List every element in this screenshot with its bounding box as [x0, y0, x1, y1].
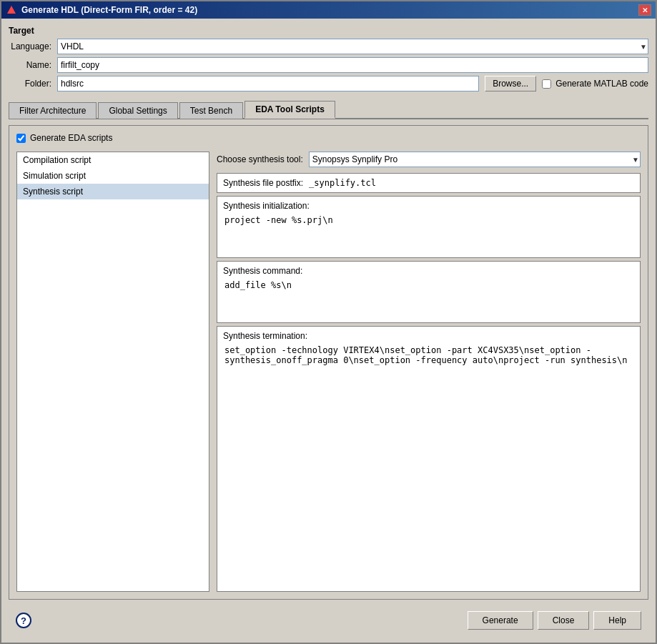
termination-label: Synthesis termination: — [223, 331, 634, 341]
tab-content-eda: Generate EDA scripts Compilation script … — [9, 125, 648, 600]
init-textarea[interactable]: project -new %s.prj\n — [223, 214, 634, 251]
choose-tool-select[interactable]: Synopsys Synplify Pro Xilinx ISE Altera … — [309, 152, 641, 167]
list-item-synthesis[interactable]: Synthesis script — [17, 184, 209, 199]
list-item-simulation[interactable]: Simulation script — [17, 168, 209, 184]
list-item-compilation[interactable]: Compilation script — [17, 152, 209, 168]
folder-group: Folder: Browse... Generate MATLAB code — [9, 76, 648, 91]
tab-eda-tool-scripts[interactable]: EDA Tool Scripts — [244, 101, 335, 119]
generate-eda-checkbox[interactable] — [16, 134, 26, 143]
target-section: Target Language: VHDL Verilog ▼ Name: — [9, 26, 648, 94]
folder-label: Folder: — [9, 79, 51, 89]
bottom-right: Generate Close Help — [468, 611, 641, 630]
command-section: Synthesis command: add_file %s\n — [217, 261, 641, 323]
generate-matlab-label: Generate MATLAB code — [555, 79, 648, 89]
eda-main: Compilation script Simulation script Syn… — [16, 152, 641, 592]
termination-textarea[interactable]: set_option -technology VIRTEX4\nset_opti… — [223, 344, 634, 587]
language-select[interactable]: VHDL Verilog — [57, 39, 648, 54]
generate-matlab-checkbox[interactable] — [542, 79, 551, 89]
choose-tool-select-wrapper: Synopsys Synplify Pro Xilinx ISE Altera … — [309, 152, 641, 167]
help-icon-circle[interactable]: ? — [16, 613, 31, 628]
language-select-wrapper: VHDL Verilog ▼ — [57, 39, 648, 54]
init-label: Synthesis initialization: — [223, 201, 634, 211]
tab-test-bench[interactable]: Test Bench — [179, 102, 243, 119]
name-group: Name: — [9, 57, 648, 73]
window-content: Target Language: VHDL Verilog ▼ Name: — [1, 19, 656, 643]
generate-matlab-group: Generate MATLAB code — [542, 79, 648, 89]
title-bar-buttons: ✕ — [638, 4, 651, 16]
postfix-value: _synplify.tcl — [309, 178, 376, 188]
browse-button[interactable]: Browse... — [485, 76, 536, 91]
script-list: Compilation script Simulation script Syn… — [16, 152, 209, 592]
language-label: Language: — [9, 41, 51, 51]
folder-input[interactable] — [57, 76, 479, 91]
bottom-bar: ? Generate Close Help — [9, 605, 648, 635]
generate-button[interactable]: Generate — [468, 611, 533, 630]
tab-global-settings[interactable]: Global Settings — [98, 102, 177, 119]
command-textarea[interactable]: add_file %s\n — [223, 279, 634, 316]
tabs-row: Filter Architecture Global Settings Test… — [9, 100, 648, 119]
window-title: Generate HDL (Direct-Form FIR, order = 4… — [21, 5, 197, 15]
language-group: Language: VHDL Verilog ▼ — [9, 39, 648, 54]
bottom-left: ? — [16, 613, 31, 628]
svg-marker-0 — [7, 6, 16, 14]
main-window: Generate HDL (Direct-Form FIR, order = 4… — [0, 0, 657, 644]
command-label: Synthesis command: — [223, 266, 634, 276]
close-button[interactable]: ✕ — [638, 4, 651, 16]
generate-eda-row: Generate EDA scripts — [16, 133, 641, 143]
postfix-section: Synthesis file postfix: _synplify.tcl — [217, 173, 641, 193]
right-panel: Choose synthesis tool: Synopsys Synplify… — [209, 152, 641, 592]
target-label: Target — [9, 26, 648, 36]
title-bar: Generate HDL (Direct-Form FIR, order = 4… — [1, 1, 656, 19]
tab-filter-architecture[interactable]: Filter Architecture — [9, 102, 97, 119]
choose-tool-row: Choose synthesis tool: Synopsys Synplify… — [217, 152, 641, 167]
help-button[interactable]: Help — [593, 611, 641, 630]
name-label: Name: — [9, 60, 51, 70]
termination-section: Synthesis termination: set_option -techn… — [217, 326, 641, 592]
generate-eda-label: Generate EDA scripts — [30, 133, 112, 143]
app-icon — [6, 4, 17, 16]
choose-tool-label: Choose synthesis tool: — [217, 154, 303, 164]
close-button-bottom[interactable]: Close — [538, 611, 590, 630]
init-section: Synthesis initialization: project -new %… — [217, 196, 641, 258]
postfix-label: Synthesis file postfix: — [223, 178, 303, 188]
name-input[interactable] — [57, 57, 648, 73]
